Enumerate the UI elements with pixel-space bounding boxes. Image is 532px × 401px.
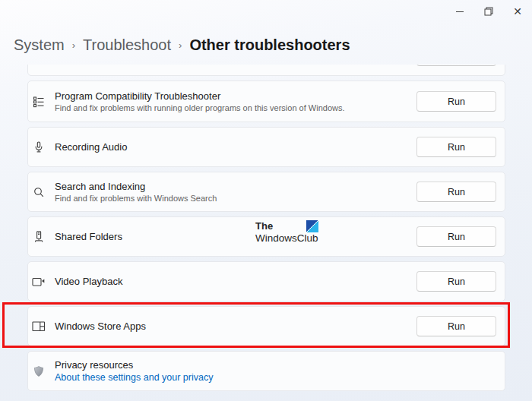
item-title: Program Compatibility Troubleshooter [55,90,345,102]
run-button[interactable]: Run [416,91,496,112]
privacy-resources-row: Privacy resources About these settings a… [27,351,505,391]
watermark: The WindowsClub [255,220,318,245]
list-item-partial: Run [27,65,505,76]
item-title: Recording Audio [55,141,127,153]
close-icon: ✕ [513,6,522,17]
run-button[interactable]: Run [416,316,496,336]
store-apps-icon [32,321,46,332]
windowsclub-logo-icon [306,220,318,232]
item-title: Video Playback [55,276,122,287]
checklist-icon [32,96,46,108]
privacy-link[interactable]: About these settings and your privacy [55,372,213,383]
chevron-right-icon: › [179,39,182,51]
list-item-search-indexing: Search and Indexing Find and fix problem… [27,172,505,212]
minimize-icon [456,11,464,12]
list-item-recording-audio: Recording Audio Run [27,127,505,167]
microphone-icon [32,141,46,153]
search-icon [32,186,46,198]
minimize-button[interactable] [445,0,474,23]
page-title: Other troubleshooters [189,36,350,54]
breadcrumb: System › Troubleshoot › Other troublesho… [14,36,350,54]
run-button[interactable]: Run [416,271,496,292]
breadcrumb-troubleshoot[interactable]: Troubleshoot [83,36,171,54]
watermark-line1: The [255,220,273,232]
item-title: Search and Indexing [55,181,217,192]
breadcrumb-system[interactable]: System [14,36,65,54]
settings-window: { "window": { "minimize_label": "minimiz… [0,0,532,401]
item-title: Windows Store Apps [55,320,146,332]
item-description: Find and fix problems with Windows Searc… [55,194,217,203]
run-button[interactable]: Run [416,137,496,157]
list-item-video-playback: Video Playback Run [27,261,505,302]
privacy-title: Privacy resources [55,359,213,371]
restore-button[interactable] [474,0,503,23]
item-title: Shared Folders [55,231,122,242]
restore-icon [484,7,493,16]
chevron-right-icon: › [72,39,75,51]
list-item-windows-store-apps: Windows Store Apps Run [27,306,505,346]
titlebar: ✕ [0,0,532,23]
close-button[interactable]: ✕ [503,0,532,23]
shield-icon [32,365,46,377]
run-button[interactable]: Run [416,226,496,247]
list-item-program-compatibility: Program Compatibility Troubleshooter Fin… [27,81,505,122]
video-camera-icon [32,276,46,288]
run-button[interactable]: Run [416,65,496,66]
watermark-line2: WindowsClub [255,232,318,245]
item-description: Find and fix problems with running older… [55,103,345,112]
run-button[interactable]: Run [416,182,496,202]
shared-folders-icon [32,231,46,243]
